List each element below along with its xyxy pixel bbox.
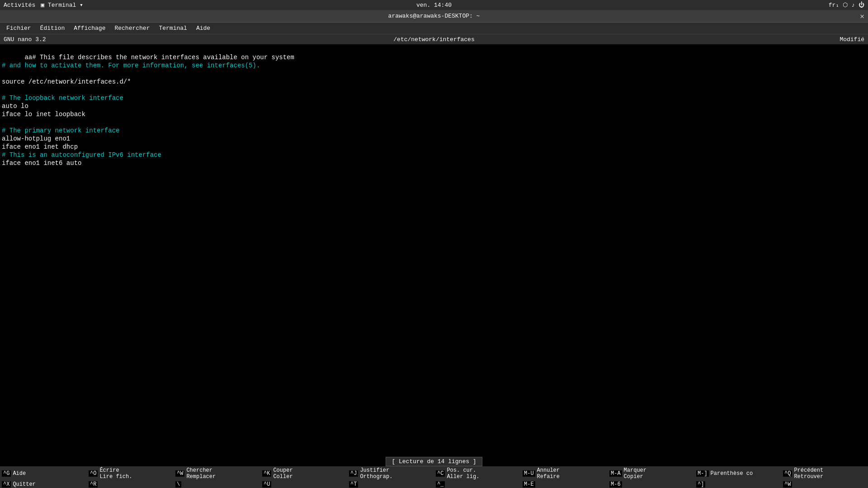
shortcut-paren[interactable]: M-] Parenthèse co bbox=[694, 467, 781, 480]
shortcut-cut[interactable]: ^K CouperColler bbox=[260, 467, 347, 480]
status-message: [ Lecture de 14 lignes ] bbox=[386, 457, 482, 466]
menu-fichier[interactable]: Fichier bbox=[2, 24, 36, 33]
editor-line-8: iface lo inet loopback bbox=[2, 111, 85, 118]
terminal-icon: ▣ bbox=[41, 2, 44, 9]
shortcut-quit[interactable]: ^X Quitter bbox=[0, 481, 87, 488]
network-icon[interactable]: ⬡ bbox=[843, 1, 848, 9]
nano-modified: Modifié bbox=[840, 36, 864, 43]
shortcut-label-search: ChercherRemplacer bbox=[186, 467, 216, 480]
shortcut-r8[interactable]: M-6 bbox=[608, 481, 694, 488]
nano-version: GNU nano 3.2 bbox=[4, 36, 46, 43]
title-bar: arawaks@arawaks-DESKTOP: ~ ✕ bbox=[0, 10, 868, 23]
editor-line-12: iface eno1 inet dhcp bbox=[2, 143, 78, 150]
terminal-indicator[interactable]: ▣ Terminal ▾ bbox=[41, 1, 83, 9]
system-bar-center: ven. 14:40 bbox=[416, 2, 452, 9]
shortcut-key-r9: ^] bbox=[696, 481, 705, 488]
editor-line-4: source /etc/network/interfaces.d/* bbox=[2, 78, 131, 85]
system-time: ven. 14:40 bbox=[416, 2, 452, 9]
editor-line-2: # and how to activate them. For more inf… bbox=[2, 62, 260, 69]
menu-rechercher[interactable]: Rechercher bbox=[110, 24, 154, 33]
shortcut-key-r10: ^W bbox=[783, 481, 792, 488]
shortcut-key-r4: ^U bbox=[262, 481, 271, 488]
shortcut-key-prev: ^Q bbox=[783, 470, 792, 477]
shortcut-key-paren: M-] bbox=[696, 470, 709, 477]
shortcut-key-pos: ^C bbox=[436, 470, 445, 477]
shortcut-label-help: Aide bbox=[13, 470, 26, 477]
shortcut-label-paren: Parenthèse co bbox=[711, 470, 753, 477]
nano-filename: /etc/network/interfaces bbox=[393, 36, 474, 43]
editor-line-1: aa# This file describes the network inte… bbox=[24, 54, 294, 61]
menu-aide[interactable]: Aide bbox=[192, 24, 215, 33]
shortcut-pos[interactable]: ^C Pos. cur.Aller lig. bbox=[434, 467, 521, 480]
editor-line-14: iface eno1 inet6 auto bbox=[2, 160, 81, 167]
shortcut-r4[interactable]: ^U bbox=[260, 481, 347, 488]
editor-line-6: # The loopback network interface bbox=[2, 94, 123, 102]
shortcut-label-prev: PrécédentRetrouver bbox=[794, 467, 823, 480]
shortcut-key-help: ^G bbox=[2, 470, 11, 477]
shortcut-key-quit: ^X bbox=[2, 481, 11, 488]
nano-info-bar: GNU nano 3.2 /etc/network/interfaces Mod… bbox=[0, 34, 868, 44]
editor-line-10: # The primary network interface bbox=[2, 127, 119, 134]
shortcut-r7[interactable]: M-E bbox=[521, 481, 608, 488]
shortcut-r10[interactable]: ^W bbox=[781, 481, 868, 488]
menu-bar: Fichier Édition Affichage Rechercher Ter… bbox=[0, 23, 868, 34]
close-button[interactable]: ✕ bbox=[860, 12, 864, 21]
terminal-window: arawaks@arawaks-DESKTOP: ~ ✕ Fichier Édi… bbox=[0, 10, 868, 488]
shortcut-r9[interactable]: ^] bbox=[694, 481, 781, 488]
shortcut-key-search: ^W bbox=[175, 470, 184, 477]
shortcut-label-undo: AnnulerRefaire bbox=[537, 467, 560, 480]
menu-affichage[interactable]: Affichage bbox=[69, 24, 110, 33]
window-title: arawaks@arawaks-DESKTOP: ~ bbox=[388, 13, 480, 19]
shortcut-label-cut: CouperColler bbox=[273, 467, 292, 480]
shortcut-key-r5: ^T bbox=[349, 481, 358, 488]
editor-line-11: allow-hotplug eno1 bbox=[2, 135, 70, 142]
shortcut-key-undo: M-U bbox=[523, 470, 535, 477]
shortcut-label-write: ÉcrireLire fich. bbox=[99, 467, 132, 480]
shortcut-label-mark: MarquerCopier bbox=[624, 467, 646, 480]
editor-area[interactable]: aa# This file describes the network inte… bbox=[0, 44, 868, 456]
editor-line-7: auto lo bbox=[2, 103, 28, 110]
system-bar: Activités ▣ Terminal ▾ ven. 14:40 fr₁ ⬡ … bbox=[0, 0, 868, 10]
shortcut-r5[interactable]: ^T bbox=[347, 481, 434, 488]
menu-terminal[interactable]: Terminal bbox=[154, 24, 191, 33]
shortcut-key-r2: ^R bbox=[89, 481, 98, 488]
shortcut-key-r3: \ bbox=[175, 481, 181, 488]
system-bar-right: fr₁ ⬡ ♪ ⏻ bbox=[829, 1, 864, 9]
audio-icon[interactable]: ♪ bbox=[851, 2, 855, 9]
power-icon[interactable]: ⏻ bbox=[859, 2, 864, 9]
shortcut-key-justify: ^J bbox=[349, 470, 358, 477]
editor-line-13: # This is an autoconfigured IPv6 interfa… bbox=[2, 151, 161, 159]
shortcut-key-cut: ^K bbox=[262, 470, 271, 477]
system-bar-left: Activités ▣ Terminal ▾ bbox=[4, 1, 83, 9]
shortcut-r2[interactable]: ^R bbox=[87, 481, 174, 488]
editor-content: aa# This file describes the network inte… bbox=[2, 45, 866, 183]
shortcut-row-1: ^G Aide ^O ÉcrireLire fich. ^W ChercherR… bbox=[0, 467, 868, 480]
keyboard-layout[interactable]: fr₁ bbox=[829, 1, 839, 9]
terminal-label: Terminal bbox=[48, 2, 76, 9]
shortcut-r3[interactable]: \ bbox=[174, 481, 260, 488]
shortcut-key-r6: ^_ bbox=[436, 481, 445, 488]
shortcut-mark[interactable]: M-A MarquerCopier bbox=[608, 467, 694, 480]
shortcut-label-pos: Pos. cur.Aller lig. bbox=[447, 467, 479, 480]
shortcut-key-write: ^O bbox=[89, 470, 98, 477]
shortcut-label-justify: JustifierOrthograp. bbox=[360, 467, 392, 480]
shortcut-help[interactable]: ^G Aide bbox=[0, 467, 87, 480]
shortcut-r6[interactable]: ^_ bbox=[434, 481, 521, 488]
shortcut-key-r7: M-E bbox=[523, 481, 535, 488]
status-bar-area: [ Lecture de 14 lignes ] bbox=[0, 456, 868, 466]
shortcut-search[interactable]: ^W ChercherRemplacer bbox=[174, 467, 260, 480]
shortcut-label-quit: Quitter bbox=[13, 481, 35, 488]
shortcut-prev[interactable]: ^Q PrécédentRetrouver bbox=[781, 467, 868, 480]
shortcut-justify[interactable]: ^J JustifierOrthograp. bbox=[347, 467, 434, 480]
shortcut-undo[interactable]: M-U AnnulerRefaire bbox=[521, 467, 608, 480]
shortcut-write[interactable]: ^O ÉcrireLire fich. bbox=[87, 467, 174, 480]
shortcut-key-mark: M-A bbox=[609, 470, 622, 477]
shortcut-key-r8: M-6 bbox=[609, 481, 622, 488]
menu-edition[interactable]: Édition bbox=[36, 24, 70, 33]
shortcut-bar: ^G Aide ^O ÉcrireLire fich. ^W ChercherR… bbox=[0, 466, 868, 488]
dropdown-icon: ▾ bbox=[80, 2, 83, 9]
activities-label[interactable]: Activités bbox=[4, 2, 35, 9]
shortcut-row-2: ^X Quitter ^R \ ^U ^T ^_ bbox=[0, 481, 868, 488]
